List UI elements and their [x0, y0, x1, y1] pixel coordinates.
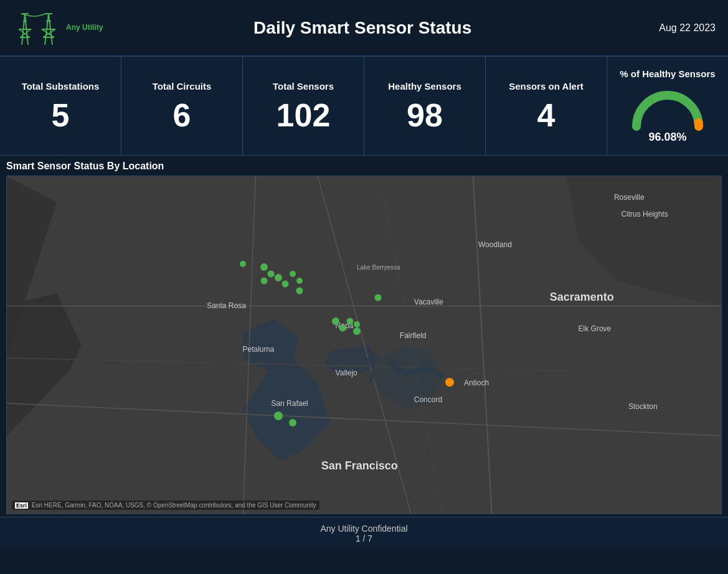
stats-bar: Total Substations 5 Total Circuits 6 Tot…: [0, 56, 728, 156]
svg-line-25: [243, 176, 255, 514]
city-petaluma: Petaluma: [243, 345, 275, 354]
svg-line-7: [20, 29, 31, 37]
map-section-title: Smart Sensor Status By Location: [6, 161, 722, 172]
footer-confidential: Any Utility Confidential: [4, 524, 724, 534]
footer: Any Utility Confidential 1 / 7: [0, 517, 728, 549]
city-sacramento: Sacramento: [550, 291, 614, 304]
stat-sensors-on-alert: Sensors on Alert 4: [486, 57, 607, 155]
logo-area: Any Utility: [12, 7, 103, 48]
svg-line-28: [318, 176, 411, 514]
sensor-dot: [296, 278, 303, 284]
city-lake-berryessa: Lake Berryessa: [357, 264, 400, 271]
sensor-dot: [260, 263, 268, 271]
svg-marker-21: [374, 345, 442, 410]
stat-value: 98: [407, 99, 443, 131]
svg-line-30: [7, 358, 566, 371]
city-woodland: Woodland: [478, 240, 512, 249]
svg-rect-16: [7, 176, 721, 514]
svg-line-6: [19, 29, 30, 37]
gauge-label: % of Healthy Sensors: [620, 68, 715, 80]
header-date: Aug 22 2023: [622, 22, 716, 34]
gauge-value: 96.08%: [648, 131, 686, 144]
stat-value: 102: [277, 99, 331, 131]
sensor-dot: [346, 318, 353, 325]
sensor-dot: [296, 288, 303, 294]
svg-line-14: [42, 29, 54, 37]
city-san-francisco: San Francisco: [321, 459, 398, 473]
attribution-text: Esri HERE, Garmin, FAO, NOAA, USGS, © Op…: [32, 502, 316, 509]
map-wrapper[interactable]: Sacramento Roseville Citrus Heights Wood…: [6, 176, 722, 514]
svg-line-29: [380, 176, 442, 514]
stat-value: 6: [173, 99, 191, 131]
sensor-dot: [268, 271, 275, 278]
city-elk-grove: Elk Grove: [579, 324, 612, 333]
sensor-dot: [332, 318, 339, 325]
sensor-dot: [289, 419, 296, 426]
svg-marker-20: [324, 345, 380, 377]
sensor-dot: [282, 281, 289, 288]
city-santa-rosa: Santa Rosa: [207, 301, 246, 310]
sensor-dot: [260, 278, 267, 285]
svg-marker-19: [243, 319, 299, 370]
map-section: Smart Sensor Status By Location: [0, 156, 728, 517]
city-antioch: Antioch: [464, 379, 489, 387]
city-vacaville: Vacaville: [414, 298, 443, 306]
svg-marker-22: [7, 176, 57, 358]
map-background: Sacramento Roseville Citrus Heights Wood…: [7, 176, 721, 514]
stat-pct-healthy: % of Healthy Sensors 96.08%: [607, 57, 728, 155]
stat-label: Healthy Sensors: [388, 80, 461, 93]
city-san-rafael: San Rafael: [271, 399, 308, 408]
map-terrain-svg: [7, 176, 721, 514]
sensor-dot: [290, 271, 296, 277]
city-vallejo: Vallejo: [336, 369, 357, 377]
city-concord: Concord: [414, 395, 442, 404]
stat-total-sensors: Total Sensors 102: [243, 57, 364, 155]
footer-page: 1 / 7: [4, 534, 724, 543]
esri-logo: Esri: [15, 502, 28, 509]
sensor-dot: [275, 274, 282, 281]
stat-label: Sensors on Alert: [509, 80, 583, 93]
svg-marker-18: [243, 358, 330, 462]
stat-value: 4: [537, 99, 555, 131]
sensor-dot: [339, 324, 346, 331]
sensor-dot: [240, 261, 246, 267]
logo-text: Any Utility: [66, 23, 103, 32]
stat-total-substations: Total Substations 5: [0, 57, 121, 155]
stat-healthy-sensors: Healthy Sensors 98: [364, 57, 486, 155]
svg-line-27: [7, 403, 721, 436]
stat-value: 5: [52, 99, 70, 131]
stat-label: Total Sensors: [273, 80, 334, 93]
city-fairfield: Fairfield: [400, 331, 427, 340]
page-title: Daily Smart Sensor Status: [103, 18, 622, 38]
header: Any Utility Daily Smart Sensor Status Au…: [0, 0, 728, 56]
sensor-dot: [274, 412, 283, 420]
sensor-dot: [354, 321, 360, 327]
svg-marker-17: [7, 293, 82, 436]
stat-label: Total Circuits: [153, 80, 212, 93]
logo-icon: [12, 7, 62, 48]
city-citrus-heights: Citrus Heights: [621, 210, 668, 219]
sensor-dot: [353, 327, 361, 335]
city-stockton: Stockton: [628, 402, 658, 411]
sensor-dot: [375, 294, 382, 301]
sensor-dot-alert: [445, 378, 454, 387]
svg-line-15: [43, 29, 55, 37]
svg-line-24: [473, 176, 492, 514]
map-attribution: Esri Esri HERE, Garmin, FAO, NOAA, USGS,…: [12, 501, 319, 510]
city-roseville: Roseville: [614, 193, 645, 202]
stat-total-circuits: Total Circuits 6: [121, 57, 243, 155]
svg-marker-23: [566, 176, 721, 306]
stat-label: Total Substations: [22, 80, 100, 93]
gauge-chart: [630, 86, 705, 129]
